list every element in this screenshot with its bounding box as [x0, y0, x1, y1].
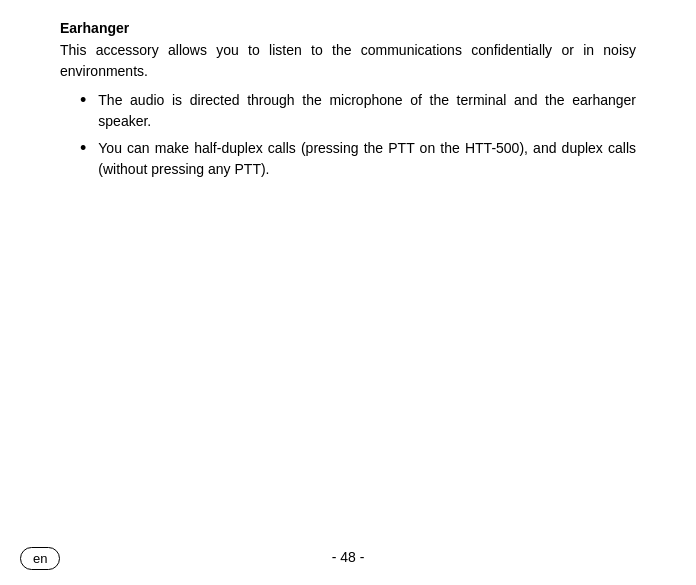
intro-text: This accessory allows you to listen to t… — [60, 40, 636, 82]
section-title: Earhanger — [60, 20, 636, 36]
bullet-text-2: You can make half-duplex calls (pressing… — [98, 138, 636, 180]
page-footer: - 48 - — [0, 549, 696, 565]
bullet-list: • The audio is directed through the micr… — [80, 90, 636, 180]
page-number: - 48 - — [332, 549, 365, 565]
bullet-icon: • — [80, 90, 86, 112]
list-item: • You can make half-duplex calls (pressi… — [80, 138, 636, 180]
bullet-text-1: The audio is directed through the microp… — [98, 90, 636, 132]
bullet-icon: • — [80, 138, 86, 160]
page-content: Earhanger This accessory allows you to l… — [0, 0, 696, 206]
language-badge: en — [20, 547, 60, 570]
list-item: • The audio is directed through the micr… — [80, 90, 636, 132]
